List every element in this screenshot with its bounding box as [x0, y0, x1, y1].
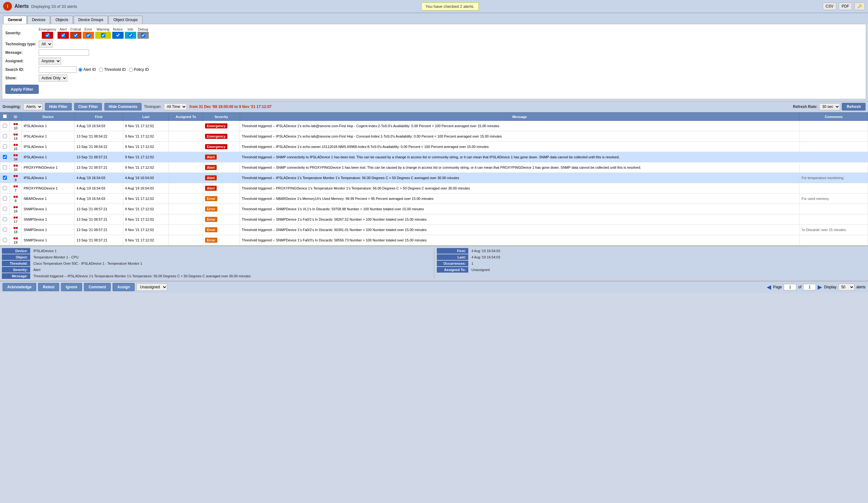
row-icon-id: ■■ 17 [10, 214, 22, 225]
alerts-label: alerts [856, 285, 866, 289]
grouping-select[interactable]: Alerts [23, 103, 42, 110]
display-select[interactable]: 25 50 100 [838, 284, 855, 291]
row-icon-id: ■■ 15 [10, 142, 22, 152]
col-id[interactable]: ID [10, 113, 22, 121]
unassigned-select[interactable]: Unassigned [136, 283, 167, 291]
acknowledge-button[interactable]: Acknowledge [2, 283, 36, 291]
page-input[interactable] [784, 284, 796, 290]
toolbar: Grouping: Alerts Hide Filter Clear Filte… [0, 101, 868, 112]
row-id: 15 [13, 147, 17, 151]
row-checkbox[interactable] [3, 144, 7, 149]
csv-button[interactable]: CSV [823, 2, 836, 10]
refresh-rate-select[interactable]: 30 sec 1 min 5 min [819, 103, 840, 110]
search-id-row: Search ID: Alert ID Threshold ID Policy … [6, 67, 862, 73]
row-message: Threshold triggered -- IPSLADevice 1's e… [240, 131, 799, 142]
row-severity: Error [203, 225, 240, 235]
key-button[interactable]: 🔑 [855, 2, 865, 10]
row-severity: Emergency [203, 142, 240, 152]
severity-badge: Emergency [205, 134, 227, 139]
sev-info-label: Info [127, 27, 133, 31]
severity-label: Severity: [6, 31, 37, 35]
severity-row: Severity: Emergency Alert Critical [6, 27, 862, 39]
next-page-icon[interactable]: ▶ [818, 284, 822, 291]
row-message: Threshold triggered -- SNMP connectivity… [240, 152, 799, 162]
detail-assigned-row: Assigned To: Unassigned [437, 267, 866, 273]
sev-error-checkbox[interactable] [86, 33, 91, 38]
hide-filter-button[interactable]: Hide Filter [45, 103, 72, 110]
tab-general[interactable]: General [3, 16, 27, 24]
row-id: 34 [13, 158, 17, 161]
search-id-input[interactable] [39, 67, 76, 73]
radio-alert-id[interactable]: Alert ID [78, 67, 96, 72]
row-checkbox-cell [0, 204, 10, 214]
sev-emergency-checkbox[interactable] [45, 33, 50, 38]
row-checkbox[interactable] [3, 238, 7, 242]
row-message: Threshold triggered -- SNMP connectivity… [240, 162, 799, 173]
col-message[interactable]: Message [240, 113, 799, 121]
col-assigned[interactable]: Assigned To [169, 113, 203, 121]
row-device: PROXYPINGDevice 1 [22, 183, 74, 194]
row-first: 13 Sep '21 08:57:21 [74, 152, 123, 162]
row-message: Threshold triggered -- SNMPDevice 1's Fa… [240, 235, 799, 245]
alerts-table-container: ID Device First Last Assigned To Severit… [0, 112, 868, 245]
display-label: Display [824, 285, 836, 289]
row-checkbox[interactable] [3, 155, 7, 159]
row-last: 9 Nov '21 17:12:02 [123, 235, 169, 245]
row-checkbox-cell [0, 173, 10, 183]
tab-devices[interactable]: Devices [27, 16, 50, 24]
radio-policy-id[interactable]: Policy ID [129, 67, 149, 72]
tech-select[interactable]: All [39, 41, 52, 48]
refresh-button[interactable]: Refresh [842, 103, 866, 110]
row-checkbox[interactable] [3, 165, 7, 169]
sev-info-checkbox[interactable] [128, 33, 133, 38]
comment-button[interactable]: Comment [84, 283, 111, 291]
row-checkbox[interactable] [3, 186, 7, 190]
sev-info-bg-box [125, 32, 136, 39]
tab-device-groups[interactable]: Device Groups [74, 16, 108, 24]
page-nav: ◀ Page of ▶ Display 25 50 100 alerts [767, 284, 866, 291]
row-checkbox[interactable] [3, 175, 7, 180]
show-select[interactable]: Active Only All [39, 74, 67, 81]
sev-warning-checkbox[interactable] [101, 33, 105, 38]
col-device[interactable]: Device [22, 113, 74, 121]
tab-objects[interactable]: Objects [51, 16, 73, 24]
message-input[interactable] [39, 49, 89, 56]
row-assigned [169, 173, 203, 183]
row-id: 16 [13, 209, 17, 213]
timespan-range: from 31 Dec '69 19:00:00 to 9 Nov '21 17… [189, 104, 271, 109]
detail-first-val: 4 Aug '19 16:54:03 [470, 248, 866, 254]
assign-button[interactable]: Assign [113, 283, 135, 291]
pdf-button[interactable]: PDF [839, 2, 852, 10]
hide-comments-button[interactable]: Hide Comments [104, 103, 141, 110]
timespan-select[interactable]: All Time [164, 103, 187, 110]
detail-message-val: Threshold triggered -- IPSLADevice 1's T… [32, 273, 434, 279]
sev-alert-checkbox[interactable] [61, 33, 65, 38]
detail-last-val: 4 Aug '19 16:54:03 [470, 254, 866, 260]
alerts-table: ID Device First Last Assigned To Severit… [0, 112, 868, 245]
sev-critical-checkbox[interactable] [74, 33, 78, 38]
prev-page-icon[interactable]: ◀ [767, 284, 771, 291]
ignore-button[interactable]: Ignore [61, 283, 82, 291]
col-comments[interactable]: Comments [799, 113, 868, 121]
apply-filter-button[interactable]: Apply Filter [6, 85, 39, 94]
sev-critical-cell: Critical [70, 27, 81, 39]
detail-object-key: Object: [2, 254, 30, 260]
row-checkbox[interactable] [3, 207, 7, 211]
col-last[interactable]: Last [123, 113, 169, 121]
sev-debug-checkbox[interactable] [141, 33, 145, 38]
row-checkbox[interactable] [3, 134, 7, 138]
row-checkbox[interactable] [3, 217, 7, 221]
assigned-select[interactable]: Anyone [39, 58, 61, 64]
col-severity[interactable]: Severity [203, 113, 240, 121]
select-all-checkbox[interactable] [3, 114, 7, 118]
row-checkbox[interactable] [3, 228, 7, 232]
col-first[interactable]: First [74, 113, 123, 121]
sev-notice-checkbox[interactable] [116, 33, 120, 38]
row-message: Threshold triggered -- IPSLADevice 1's e… [240, 142, 799, 152]
tab-object-groups[interactable]: Object Groups [108, 16, 142, 24]
row-checkbox[interactable] [3, 197, 7, 201]
radio-threshold-id[interactable]: Threshold ID [99, 67, 126, 72]
retest-button[interactable]: Retest [38, 283, 59, 291]
row-checkbox[interactable] [3, 124, 7, 128]
clear-filter-button[interactable]: Clear Filter [74, 103, 102, 110]
